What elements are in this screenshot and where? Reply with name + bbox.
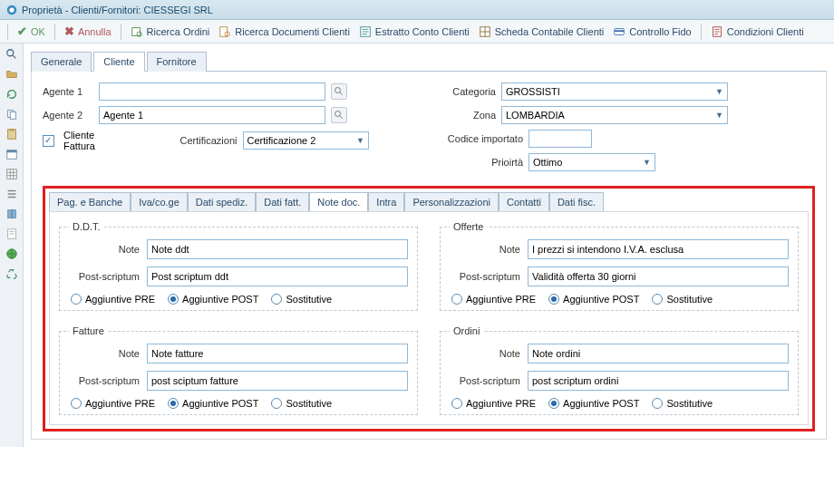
radio-icon (451, 398, 462, 409)
recycle-icon[interactable] (5, 267, 19, 281)
subtab-iva-coge[interactable]: Iva/co.ge (131, 192, 188, 211)
subtab-note-doc[interactable]: Note doc. (309, 192, 368, 211)
codice-importato-input[interactable] (529, 130, 592, 148)
toolbar-separator (54, 24, 55, 40)
copy-icon[interactable] (5, 107, 19, 121)
magnifier-icon[interactable] (5, 47, 19, 62)
radio-icon (548, 294, 559, 305)
list-icon[interactable] (5, 187, 19, 201)
ordini-radio-sost[interactable]: Sostitutive (652, 398, 713, 409)
ricerca-ordini-button[interactable]: Ricerca Ordini (127, 24, 214, 40)
note-label: Note (69, 244, 147, 255)
offerte-radio-pre[interactable]: Aggiuntive PRE (451, 294, 536, 305)
subtab-intra[interactable]: Intra (368, 192, 404, 211)
side-toolbar (0, 44, 24, 447)
toolbar-separator (7, 24, 8, 40)
agente2-lookup-button[interactable] (331, 107, 347, 123)
ddt-note-input[interactable] (147, 239, 408, 259)
fatture-radio-pre[interactable]: Aggiuntive PRE (71, 398, 155, 409)
priorita-label: Prioirtà (405, 157, 523, 168)
subtab-contatti[interactable]: Contatti (499, 192, 549, 211)
agente2-input[interactable] (99, 106, 325, 124)
subtab-dati-spediz[interactable]: Dati spediz. (188, 192, 256, 211)
ok-button[interactable]: ✔OK (14, 23, 49, 40)
group-ddt-legend: D.D.T. (69, 221, 104, 232)
book-icon[interactable] (5, 207, 19, 221)
statement-icon (359, 25, 372, 38)
offerte-radio-sost[interactable]: Sostitutive (652, 294, 713, 305)
chevron-down-icon: ▼ (643, 158, 651, 167)
fatture-radio-post[interactable]: Aggiuntive POST (168, 398, 258, 409)
agente1-label: Agente 1 (43, 86, 93, 97)
svg-rect-9 (615, 30, 625, 32)
ordini-note-input[interactable] (528, 344, 789, 363)
radio-icon (168, 294, 179, 305)
ricerca-documenti-button[interactable]: Ricerca Documenti Clienti (215, 24, 354, 40)
svg-rect-18 (6, 150, 16, 153)
radio-icon (71, 294, 82, 305)
radio-icon (548, 398, 559, 409)
svg-rect-14 (10, 111, 15, 119)
note-icon[interactable] (5, 227, 19, 241)
chevron-down-icon: ▼ (715, 111, 723, 120)
chevron-down-icon: ▼ (356, 136, 364, 145)
agente1-lookup-button[interactable] (331, 83, 347, 100)
zona-combo[interactable]: LOMBARDIA▼ (501, 106, 728, 124)
note-label: Note (450, 348, 528, 359)
ddt-radio-sost[interactable]: Sostitutive (271, 294, 332, 305)
group-offerte-legend: Offerte (450, 221, 487, 232)
ps-label: Post-scriptum (450, 271, 528, 282)
toolbar-separator (701, 24, 702, 40)
ordini-ps-input[interactable] (528, 371, 789, 391)
note-label: Note (69, 348, 147, 359)
app-icon (5, 4, 18, 16)
ledger-icon (479, 25, 491, 38)
radio-icon (271, 294, 282, 305)
offerte-ps-input[interactable] (528, 267, 789, 286)
cliente-fattura-checkbox[interactable] (43, 135, 54, 147)
agente1-input[interactable] (99, 82, 325, 101)
subtab-dati-fisc[interactable]: Dati fisc. (549, 192, 604, 211)
tab-fornitore[interactable]: Fornitore (147, 52, 207, 72)
subtab-dati-fatt[interactable]: Dati fatt. (256, 192, 309, 211)
ddt-radio-pre[interactable]: Aggiuntive PRE (71, 294, 155, 305)
tab-cliente[interactable]: Cliente (93, 52, 144, 72)
globe-icon[interactable] (5, 247, 19, 261)
group-offerte: Offerte Note Post-scriptum Aggiuntive PR… (440, 221, 799, 311)
svg-point-22 (335, 88, 341, 93)
ordini-radio-post[interactable]: Aggiuntive POST (548, 398, 639, 409)
offerte-note-input[interactable] (528, 239, 789, 259)
window-titlebar: Proprietà - Clienti/Fornitori: CIESSEGI … (0, 0, 834, 20)
scheda-contabile-button[interactable]: Scheda Contabile Clienti (475, 24, 607, 40)
folder-icon[interactable] (5, 67, 19, 82)
paste-icon[interactable] (5, 127, 19, 141)
fatture-ps-input[interactable] (147, 371, 408, 391)
certificazioni-combo[interactable]: Certificazione 2▼ (243, 131, 370, 150)
priorita-combo[interactable]: Ottimo▼ (529, 153, 655, 171)
subtab-pag-banche[interactable]: Pag. e Banche (49, 192, 131, 211)
svg-line-23 (340, 92, 343, 95)
categoria-combo[interactable]: GROSSISTI▼ (501, 82, 728, 101)
group-ordini: Ordini Note Post-scriptum Aggiuntive PRE… (440, 325, 799, 415)
ordini-radio-pre[interactable]: Aggiuntive PRE (451, 398, 536, 409)
refresh-icon[interactable] (5, 87, 19, 102)
offerte-radio-post[interactable]: Aggiuntive POST (548, 294, 639, 305)
agente2-label: Agente 2 (43, 110, 93, 121)
grid-icon[interactable] (5, 167, 19, 181)
ddt-radio-post[interactable]: Aggiuntive POST (168, 294, 258, 305)
ddt-ps-input[interactable] (147, 267, 408, 286)
radio-icon (168, 398, 179, 409)
fatture-note-input[interactable] (147, 344, 408, 363)
note-label: Note (450, 244, 528, 255)
tab-generale[interactable]: Generale (31, 52, 92, 72)
estratto-conto-button[interactable]: Estratto Conto Clienti (355, 24, 473, 40)
radio-icon (71, 398, 82, 409)
fatture-radio-sost[interactable]: Sostitutive (271, 398, 332, 409)
calendar-icon[interactable] (5, 147, 19, 161)
annulla-button[interactable]: ✖Annulla (61, 23, 115, 40)
ps-label: Post-scriptum (450, 375, 528, 386)
controllo-fido-button[interactable]: Controllo Fido (609, 24, 694, 40)
svg-rect-19 (6, 170, 16, 179)
subtab-personalizzazioni[interactable]: Personalizzazioni (404, 192, 499, 211)
condizioni-clienti-button[interactable]: Condizioni Clienti (707, 24, 808, 40)
